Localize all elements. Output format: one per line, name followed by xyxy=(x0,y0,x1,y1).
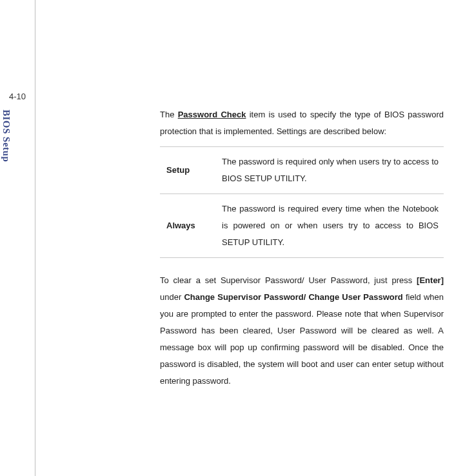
document-page: 4-10 BIOS Setup The Password Check item … xyxy=(0,0,454,476)
setting-label: Setup xyxy=(160,147,215,194)
clear-text-1: To clear a set Supervisor Password/ User… xyxy=(160,275,417,285)
intro-paragraph: The Password Check item is used to speci… xyxy=(160,106,444,140)
table-row: Setup The password is required only when… xyxy=(160,147,444,194)
page-number: 4-10 xyxy=(9,92,26,101)
clear-text-3: field when you are prompted to enter the… xyxy=(160,292,444,386)
setting-description: The password is required only when users… xyxy=(215,147,444,194)
clear-text-2: under xyxy=(160,292,184,302)
setting-description: The password is required every time when… xyxy=(215,194,444,258)
table-row: Always The password is required every ti… xyxy=(160,194,444,258)
settings-table: Setup The password is required only when… xyxy=(160,146,444,258)
change-password-field: Change Supervisor Password/ Change User … xyxy=(184,292,402,302)
enter-key: [Enter] xyxy=(417,275,444,285)
body-content: The Password Check item is used to speci… xyxy=(160,106,444,390)
margin-rule xyxy=(35,0,35,476)
clear-password-paragraph: To clear a set Supervisor Password/ User… xyxy=(160,272,444,390)
password-check-term: Password Check xyxy=(178,110,246,119)
setting-label: Always xyxy=(160,194,215,258)
section-spine-label: BIOS Setup xyxy=(1,110,12,162)
intro-prefix: The xyxy=(160,110,178,119)
